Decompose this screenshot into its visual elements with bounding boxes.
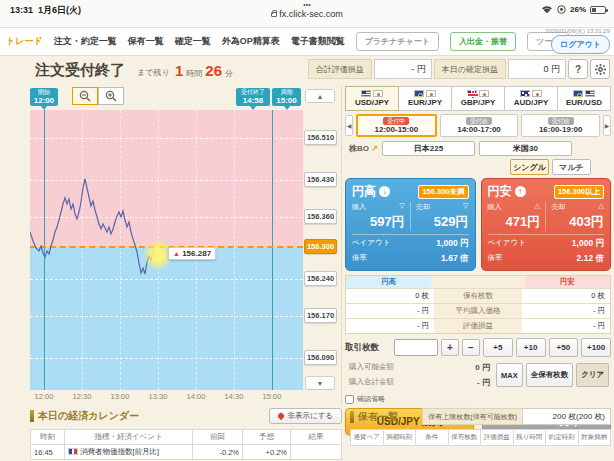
yen-low-buy[interactable]: 購入△ 471円 [488,202,541,231]
quantity-minus-button[interactable]: − [462,339,480,356]
eurusd-flag-icon [573,90,595,97]
calendar-title: 本日の経済カレンダー [38,409,139,423]
nav-orders[interactable]: 注文・約定一覧 [54,35,117,48]
section-accent-bar [350,411,354,423]
tab-multi[interactable]: マルチ [552,159,591,175]
marker-up-icon: △ [599,202,604,212]
price-up-icon: ▲ [173,250,180,257]
yen-high-buy-price: 597円 [352,213,405,231]
stock-bo-link[interactable]: 株BO ↗ [349,143,378,154]
price-tick: 156.360 [304,209,337,224]
nav-op-statement[interactable]: 外為OP精算表 [222,35,280,48]
marker-down-icon: ▽ [463,202,468,212]
tab-usdjpy[interactable]: USD/JPY [345,86,399,111]
tab-eurusd[interactable]: EUR/USD [558,86,611,111]
remaining-minutes: 26 [205,62,222,79]
audjpy-flag-icon [520,90,542,97]
session-prev-button[interactable]: ◀ [345,115,353,136]
eurjpy-flag-icon [414,90,436,97]
deposit-transfer-button[interactable]: 入出金・振替 [450,32,516,51]
table-row: - 円 平均購入価格 - 円 [346,303,610,318]
yen-low-sell[interactable]: 売却△ 403円 [545,202,604,231]
main-nav: トレード 注文・約定一覧 保有一覧 確定一覧 外為OP精算表 電子書類閲覧 プラ… [0,28,614,56]
chart-plot[interactable]: ▲ 156.287 [30,110,303,390]
price-tick: 156.170 [304,308,337,323]
marker-down-icon: ▽ [399,202,404,212]
quantity-label: 取引枚数 [345,342,391,354]
tab-single[interactable]: シングル [510,159,549,175]
yen-high-buy[interactable]: 購入▽ 597円 [352,202,405,231]
plus100-button[interactable]: +100 [581,338,611,357]
nav-trade[interactable]: トレード [6,35,43,48]
chart-zoom-controls [72,87,124,105]
session-status-badge: 受付中 [383,117,409,125]
session-next-2[interactable]: 受付前 16:00-19:00 [521,114,600,137]
holdings-table-header: 通貨ペア 満期時刻 条件 保有枚数 評価損益 残り時間 約定時刻 対象銘柄 [350,429,611,446]
calendar-row[interactable]: 16:45 消費者物価指数[前月比] -0.2% +0.2% [31,445,342,460]
hide-calendar-button[interactable]: 非表示にする [269,408,342,424]
chart-expiry-label: 満期15:00 [272,88,301,106]
calendar-table: 時刻 指標・経済イベント 前回 予想 結果 16:45 消費者物価指数[前月比]… [30,429,342,460]
price-tick: 156.090 [304,350,337,365]
all-holdings-button[interactable]: 全保有枚数 [526,363,574,387]
clear-button[interactable]: クリア [576,363,609,387]
tab-audjpy[interactable]: AUD/JPY [505,86,558,111]
yen-high-title: 円高 [352,183,376,200]
session-status-title: 注文受付終了 [35,61,125,80]
zoom-out-icon [79,90,91,102]
chart-area: 開始12:00 受付終了14:58 満期15:00 ▲ [0,86,345,406]
nav-settled[interactable]: 確定一覧 [175,35,211,48]
scale-up-button[interactable]: ▲ [305,89,335,103]
settings-button[interactable] [590,59,610,79]
battery-icon [590,6,606,14]
arrow-up-icon: ↑ [515,186,526,197]
chart-close-label: 受付終了14:58 [236,88,270,106]
scale-down-button[interactable]: ▼ [305,376,335,390]
france-flag-icon [68,448,78,455]
today-pl-value: 0 円 [508,59,566,79]
pin-icon [277,412,285,420]
zoom-in-button[interactable] [98,87,124,105]
pl-summary: 合計評価損益 - 円 本日の確定損益 0 円 ? [308,59,610,79]
app-screen: 13:31 1月6日(火) ••• fx.click-sec.com 26% ト… [0,0,614,461]
quantity-input[interactable] [394,339,438,356]
quantity-plus-button[interactable]: + [441,339,459,356]
max-button[interactable]: MAX [496,363,523,387]
logout-button[interactable]: ログアウト [551,35,610,54]
zoom-out-button[interactable] [72,87,98,105]
price-tick: 156.430 [304,172,337,187]
yen-low-title: 円安 [488,183,512,200]
ios-status-bar: 13:31 1月6日(火) ••• fx.click-sec.com 26% [0,0,614,28]
plus10-button[interactable]: +10 [516,338,546,357]
plus5-button[interactable]: +5 [483,338,513,357]
tab-gbpjpy[interactable]: GBP/JPY [452,86,505,111]
marker-up-icon: △ [535,202,540,212]
col-yen-low: 円安 [525,276,610,288]
address-bar[interactable]: fx.click-sec.com [0,9,614,20]
session-next-1[interactable]: 受付前 14:00-17:00 [440,114,519,137]
yen-high-sell[interactable]: 売却▽ 529円 [410,202,469,231]
arrow-down-icon: ↓ [379,186,390,197]
zoom-in-icon [105,90,117,102]
nav-documents[interactable]: 電子書類閲覧 [291,35,345,48]
us30-button[interactable]: 米国30 [479,141,572,156]
order-panel: USD/JPY EUR/JPY GBP/JPY AUD/JPY EUR/USD … [345,86,611,406]
help-button[interactable]: ? [568,59,588,79]
session-next-button[interactable]: ▶ [603,115,611,136]
tab-dots-icon[interactable]: ••• [0,1,614,9]
holding-limit: 保有上限枚数(保有可能枚数) 200 枚(200 枚) [422,408,611,425]
session-selector: ◀ 受付中 12:00-15:00 受付前 14:00-17:00 受付前 16… [345,114,611,137]
section-accent-bar [30,410,34,422]
remaining-prefix: まで残り [137,67,170,78]
nav-holdings[interactable]: 保有一覧 [128,35,164,48]
tab-eurjpy[interactable]: EUR/JPY [399,86,452,111]
platinum-chart-button[interactable]: プラチナチャート [356,32,439,51]
plus50-button[interactable]: +50 [549,338,579,357]
lock-icon [271,12,277,17]
yen-high-rate: 1.67 倍 [441,253,468,265]
session-current[interactable]: 受付中 12:00-15:00 [356,114,437,137]
available-amount: 0 円 [475,362,490,373]
nikkei225-button[interactable]: 日本225 [382,141,475,156]
total-pl-label: 合計評価損益 [308,59,372,79]
skip-confirm-checkbox[interactable] [345,395,354,404]
